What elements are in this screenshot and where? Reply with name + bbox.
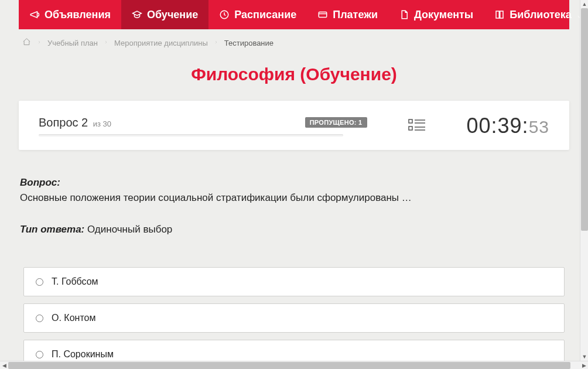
answer-type: Тип ответа: Одиночный выбор bbox=[20, 224, 568, 235]
breadcrumb-sep-icon bbox=[37, 39, 42, 47]
nav-payments[interactable]: Платежи bbox=[307, 0, 388, 29]
scroll-down-arrow[interactable]: ▼ bbox=[580, 353, 588, 361]
answer-type-label: Тип ответа: bbox=[20, 224, 84, 235]
question-number: Вопрос 2 bbox=[39, 116, 88, 129]
breadcrumb: Учебный план Мероприятие дисциплины Тест… bbox=[19, 29, 569, 54]
skipped-badge: ПРОПУЩЕНО: 1 bbox=[305, 117, 367, 128]
breadcrumb-sep-icon bbox=[104, 39, 108, 47]
nav-learning[interactable]: Обучение bbox=[121, 0, 208, 29]
svg-rect-1 bbox=[319, 12, 327, 18]
scroll-thumb-v[interactable] bbox=[581, 8, 588, 231]
nav-item-label: Обучение bbox=[147, 9, 198, 21]
option-2[interactable]: О. Контом bbox=[23, 303, 565, 333]
document-icon bbox=[399, 9, 409, 20]
question-label: Вопрос: bbox=[20, 177, 568, 189]
vertical-scrollbar[interactable]: ▲ ▼ bbox=[580, 0, 588, 361]
scroll-up-arrow[interactable]: ▲ bbox=[580, 0, 588, 8]
option-label: Т. Гоббсом bbox=[52, 276, 98, 287]
status-card: Вопрос 2 из 30 ПРОПУЩЕНО: 1 0 bbox=[19, 101, 569, 150]
nav-schedule[interactable]: Расписание bbox=[208, 0, 307, 29]
question-total: из 30 bbox=[93, 119, 111, 128]
option-3-radio[interactable] bbox=[36, 351, 43, 358]
scroll-left-arrow[interactable]: ◀ bbox=[0, 361, 8, 369]
option-label: О. Контом bbox=[52, 313, 95, 323]
option-label: П. Сорокиным bbox=[52, 349, 114, 360]
nav-announcements[interactable]: Объявления bbox=[19, 0, 121, 29]
svg-rect-3 bbox=[409, 127, 412, 130]
timer-main: 00:39: bbox=[467, 114, 529, 138]
nav-documents[interactable]: Документы bbox=[388, 0, 484, 29]
graduation-icon bbox=[132, 9, 142, 20]
nav-library[interactable]: Библиотека bbox=[484, 0, 588, 29]
svg-rect-2 bbox=[409, 119, 412, 123]
option-3[interactable]: П. Сорокиным bbox=[23, 340, 565, 361]
breadcrumb-sep-icon bbox=[214, 39, 218, 47]
page-title: Философия (Обучение) bbox=[19, 64, 569, 84]
horizontal-scrollbar[interactable]: ◀ ▶ bbox=[0, 361, 588, 369]
timer-seconds: 53 bbox=[529, 117, 549, 136]
megaphone-icon bbox=[29, 9, 40, 20]
option-1[interactable]: Т. Гоббсом bbox=[23, 267, 565, 296]
nav-item-label: Библиотека bbox=[510, 9, 572, 21]
card-icon bbox=[317, 9, 328, 20]
options-list: Т. Гоббсом О. Контом П. Сорокиным bbox=[20, 267, 568, 361]
answer-type-value: Одиночный выбор bbox=[87, 224, 172, 235]
question-text: Основные положения теории социальной стр… bbox=[20, 192, 568, 204]
home-icon[interactable] bbox=[22, 37, 31, 48]
progress-bar bbox=[39, 134, 343, 136]
option-1-radio[interactable] bbox=[36, 278, 43, 286]
option-2-radio[interactable] bbox=[36, 315, 43, 322]
breadcrumb-event[interactable]: Мероприятие дисциплины bbox=[114, 39, 208, 47]
clock-icon bbox=[219, 9, 230, 20]
nav-item-label: Расписание bbox=[234, 9, 296, 21]
main-navbar: Объявления Обучение Расписание Платежи bbox=[19, 0, 569, 29]
book-icon bbox=[494, 9, 505, 20]
nav-item-label: Объявления bbox=[45, 9, 111, 21]
timer: 00:39:53 bbox=[467, 114, 549, 138]
scroll-thumb-h[interactable] bbox=[8, 362, 570, 369]
question-list-icon[interactable] bbox=[408, 118, 426, 134]
nav-item-label: Документы bbox=[414, 9, 473, 21]
breadcrumb-testing: Тестирование bbox=[224, 39, 274, 47]
breadcrumb-plan[interactable]: Учебный план bbox=[47, 39, 98, 47]
nav-item-label: Платежи bbox=[333, 9, 378, 21]
scroll-right-arrow[interactable]: ▶ bbox=[580, 361, 588, 369]
